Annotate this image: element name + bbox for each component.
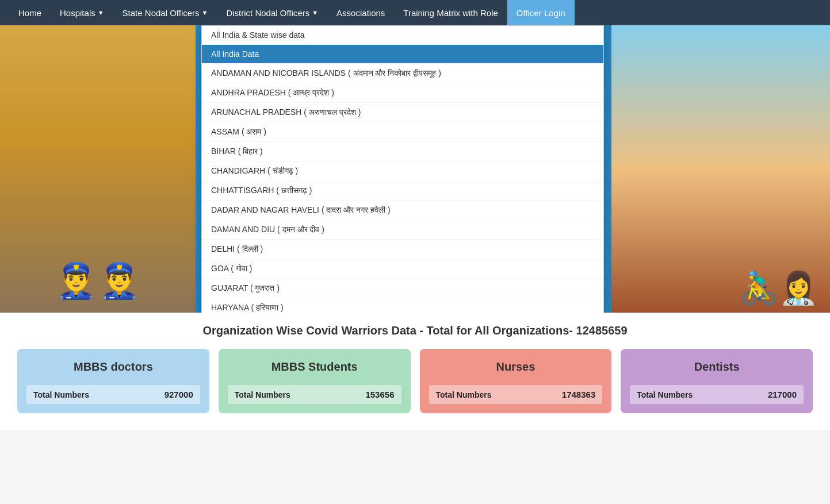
cards-row: MBBS doctors Total Numbers 927000 MBBS S… [17, 349, 813, 413]
card-value-dentists: 217000 [768, 390, 797, 399]
card-label-dentists: Total Numbers [637, 390, 693, 399]
hero-section: 🚴‍♂️👩‍⚕️ All India & State wise data All… [0, 25, 830, 313]
dropdown-item-12[interactable]: GUJARAT ( गुजरात ) [202, 279, 603, 298]
navbar: Home Hospitals ▼ State Nodal Officers ▼ … [0, 0, 830, 25]
hero-image-left [0, 25, 196, 313]
dropdown-item-9[interactable]: DAMAN AND DIU ( दमन और दीव ) [202, 220, 603, 240]
dropdown-item-7[interactable]: CHHATTISGARH ( छत्तीसगढ़ ) [202, 181, 603, 201]
nav-training-matrix[interactable]: Training Matrix with Role [394, 0, 507, 25]
card-dentists: Dentists Total Numbers 217000 [621, 349, 813, 413]
card-value-nurses: 1748363 [562, 390, 595, 399]
dropdown-item-8[interactable]: DADAR AND NAGAR HAVELI ( दादरा और नगर हव… [202, 201, 603, 220]
police-image [0, 25, 196, 313]
dropdown-item-10[interactable]: DELHI ( दिल्ली ) [202, 240, 603, 259]
state-dropdown-overlay: All India & State wise data All India Da… [201, 25, 604, 313]
district-nodal-caret-icon: ▼ [312, 9, 318, 16]
state-nodal-caret-icon: ▼ [202, 9, 208, 16]
card-stats-dentists: Total Numbers 217000 [630, 385, 804, 404]
card-title-dentists: Dentists [630, 360, 804, 374]
dropdown-item-0[interactable]: All India Data [202, 45, 603, 64]
card-label-nurses: Total Numbers [436, 390, 492, 399]
card-nurses: Nurses Total Numbers 1748363 [420, 349, 612, 413]
dropdown-item-6[interactable]: CHANDIGARH ( चंडीगढ़ ) [202, 161, 603, 181]
dropdown-item-1[interactable]: ANDAMAN AND NICOBAR ISLANDS ( अंदमान और … [202, 64, 603, 83]
dropdown-item-13[interactable]: HARYANA ( हरियाणा ) [202, 298, 603, 313]
nav-officer-login[interactable]: Officer Login [507, 0, 575, 25]
dropdown-item-2[interactable]: ANDHRA PRADESH ( आन्ध्र प्रदेश ) [202, 83, 603, 103]
dropdown-list[interactable]: All India DataANDAMAN AND NICOBAR ISLAND… [202, 45, 603, 313]
card-stats-nurses: Total Numbers 1748363 [429, 385, 603, 404]
nav-state-nodal-officers[interactable]: State Nodal Officers ▼ [113, 0, 217, 25]
dropdown-item-4[interactable]: ASSAM ( असम ) [202, 122, 603, 142]
card-mbbs-students: MBBS Students Total Numbers 153656 [219, 349, 411, 413]
hospitals-caret-icon: ▼ [98, 9, 104, 16]
card-label-mbbs-students: Total Numbers [235, 390, 290, 399]
card-title-mbbs-doctors: MBBS doctors [26, 360, 200, 374]
dropdown-header-option: All India & State wise data [202, 26, 603, 45]
card-stats-mbbs-doctors: Total Numbers 927000 [26, 385, 200, 404]
nav-district-nodal-officers[interactable]: District Nodal Officers ▼ [217, 0, 327, 25]
card-value-mbbs-doctors: 927000 [165, 390, 193, 399]
dropdown-item-3[interactable]: ARUNACHAL PRADESH ( अरुणाचल प्रदेश ) [202, 103, 603, 122]
section-title: Organization Wise Covid Warriors Data - … [17, 324, 813, 337]
card-value-mbbs-students: 153656 [365, 390, 394, 399]
data-section: Organization Wise Covid Warriors Data - … [0, 313, 830, 430]
card-mbbs-doctors: MBBS doctors Total Numbers 927000 [17, 349, 209, 413]
card-title-nurses: Nurses [429, 360, 603, 374]
card-label-mbbs-doctors: Total Numbers [33, 390, 89, 399]
hero-image-right: 🚴‍♂️👩‍⚕️ [611, 25, 830, 313]
dropdown-item-11[interactable]: GOA ( गोवा ) [202, 259, 603, 279]
card-title-mbbs-students: MBBS Students [228, 360, 401, 374]
card-stats-mbbs-students: Total Numbers 153656 [228, 385, 401, 404]
dropdown-item-5[interactable]: BIHAR ( बिहार ) [202, 142, 603, 161]
nav-hospitals[interactable]: Hospitals ▼ [51, 0, 113, 25]
nav-associations[interactable]: Associations [327, 0, 394, 25]
nav-home[interactable]: Home [9, 0, 51, 25]
